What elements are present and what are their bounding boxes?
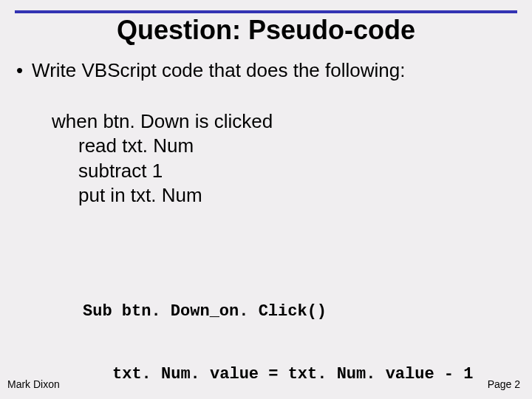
slide: Question: Pseudo-code • Write VBScript c… xyxy=(0,0,532,399)
bullet-text: Write VBScript code that does the follow… xyxy=(32,59,405,82)
title-rule xyxy=(15,10,517,13)
footer-author: Mark Dixon xyxy=(7,378,60,390)
code-line-2: txt. Num. value = txt. Num. value - 1 xyxy=(112,364,473,385)
code-block: Sub btn. Down_on. Click() txt. Num. valu… xyxy=(83,260,473,399)
pseudo-line-3: subtract 1 xyxy=(78,159,273,183)
pseudo-line-4: put in txt. Num xyxy=(78,183,273,208)
pseudocode-block: when btn. Down is clicked read txt. Num … xyxy=(52,109,273,208)
bullet-marker: • xyxy=(16,59,23,82)
bullet-item: • Write VBScript code that does the foll… xyxy=(16,59,405,82)
slide-title: Question: Pseudo-code xyxy=(0,15,532,46)
footer-page-number: Page 2 xyxy=(488,378,520,390)
pseudo-line-2: read txt. Num xyxy=(78,134,273,158)
pseudo-line-1: when btn. Down is clicked xyxy=(52,109,273,134)
code-line-1: Sub btn. Down_on. Click() xyxy=(83,301,473,322)
